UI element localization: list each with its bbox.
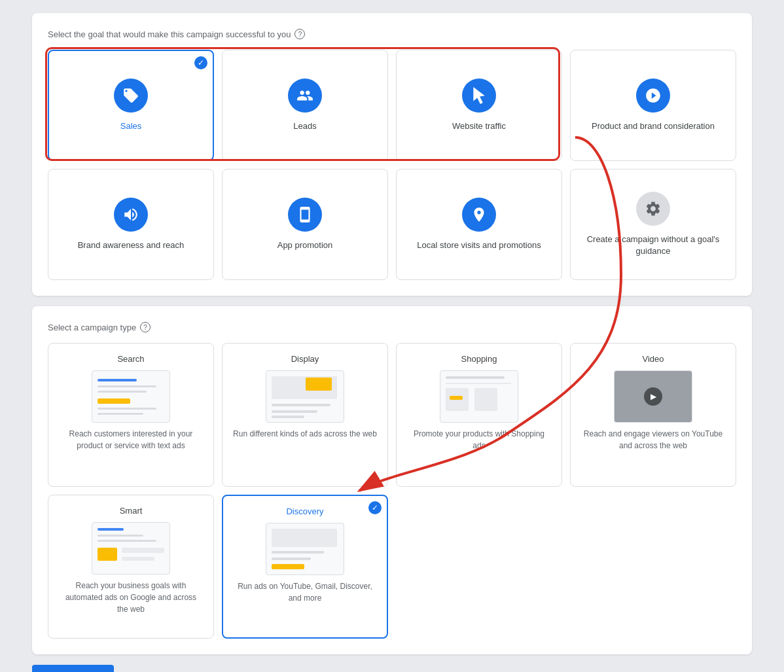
goals-section-label: Select the goal that would make this cam…: [48, 29, 736, 39]
empty-grid-space: [396, 495, 736, 639]
display-title: Display: [291, 354, 319, 364]
search-thumb: [92, 370, 170, 423]
cancel-button[interactable]: CANCEL: [122, 665, 182, 672]
goal-card-local-store[interactable]: Local store visits and promotions: [396, 169, 562, 280]
selected-check-sales: ✓: [194, 56, 207, 69]
discovery-desc: Run ads on YouTube, Gmail, Discover, and…: [234, 580, 376, 604]
product-brand-icon-circle: [636, 79, 670, 113]
cursor-icon: [471, 87, 488, 104]
product-brand-label: Product and brand consideration: [592, 120, 715, 132]
video-title: Video: [642, 354, 664, 364]
gear-icon: [645, 200, 662, 217]
campaign-card-smart[interactable]: Smart Reach your business goals with aut…: [48, 495, 214, 639]
goal-card-leads[interactable]: Leads: [222, 50, 388, 161]
shopping-title: Shopping: [461, 354, 497, 364]
campaign-card-shopping[interactable]: Shopping Promote your products with Shop…: [396, 343, 562, 487]
search-desc: Reach customers interested in your produ…: [59, 428, 203, 451]
campaign-card-video[interactable]: Video ▶ Reach and engage viewers on YouT…: [570, 343, 736, 487]
location-pin-icon: [471, 206, 488, 223]
campaign-section-label: Select a campaign type ?: [48, 322, 736, 332]
campaign-card-display[interactable]: Display Run different kinds of ads acros…: [222, 343, 388, 487]
goals-grid-wrap: ✓ Sales Leads: [48, 50, 736, 280]
local-store-label: Local store visits and promotions: [417, 239, 541, 251]
search-title: Search: [117, 354, 144, 364]
sales-label: Sales: [120, 120, 142, 132]
leads-icon-circle: [288, 79, 322, 113]
campaign-card-discovery[interactable]: ✓ Discovery Run ads on YouTube, Gmail, D…: [222, 495, 388, 639]
smart-thumb: [92, 522, 170, 575]
no-goal-label: Create a campaign without a goal's guida…: [581, 234, 725, 257]
continue-button[interactable]: CONTINUE: [32, 665, 114, 672]
display-thumb: [266, 370, 344, 423]
discovery-title: Discovery: [286, 506, 323, 516]
campaign-section-card: Select a campaign type ? Search Reach cu…: [32, 306, 752, 654]
play-icon: ▶: [644, 387, 662, 406]
megaphone-icon: [122, 206, 139, 223]
people-icon: [296, 87, 313, 104]
goal-card-brand-awareness[interactable]: Brand awareness and reach: [48, 169, 214, 280]
phone-icon: [296, 206, 313, 223]
sparkle-icon: [645, 87, 662, 104]
website-traffic-label: Website traffic: [452, 120, 506, 132]
goals-grid: ✓ Sales Leads: [48, 50, 736, 280]
no-goal-icon-circle: [636, 192, 670, 226]
brand-awareness-icon-circle: [114, 198, 148, 232]
brand-awareness-label: Brand awareness and reach: [78, 239, 185, 251]
tag-icon: [122, 87, 139, 104]
sales-icon-circle: [114, 79, 148, 113]
goal-card-sales[interactable]: ✓ Sales: [48, 50, 214, 161]
video-desc: Reach and engage viewers on YouTube and …: [581, 428, 725, 451]
goals-info-icon[interactable]: ?: [294, 29, 305, 39]
goals-label-text: Select the goal that would make this cam…: [48, 29, 291, 39]
local-store-icon-circle: [462, 198, 496, 232]
goal-card-website-traffic[interactable]: Website traffic: [396, 50, 562, 161]
shopping-thumb: [440, 370, 518, 423]
campaign-info-icon[interactable]: ?: [140, 322, 151, 332]
display-desc: Run different kinds of ads across the we…: [233, 428, 377, 440]
app-promotion-label: App promotion: [277, 239, 333, 251]
bottom-bar: CONTINUE CANCEL: [32, 660, 752, 672]
discovery-thumb: [266, 523, 344, 575]
goals-section-card: Select the goal that would make this cam…: [32, 13, 752, 296]
selected-check-discovery: ✓: [368, 501, 382, 514]
app-promotion-icon-circle: [288, 198, 322, 232]
smart-desc: Reach your business goals with automated…: [59, 580, 203, 615]
smart-title: Smart: [120, 506, 143, 516]
page-wrapper: Select the goal that would make this cam…: [32, 13, 752, 672]
video-thumb: ▶: [614, 370, 692, 423]
goal-card-app-promotion[interactable]: App promotion: [222, 169, 388, 280]
website-traffic-icon-circle: [462, 79, 496, 113]
goal-card-product-brand[interactable]: Product and brand consideration: [570, 50, 736, 161]
goal-card-no-goal[interactable]: Create a campaign without a goal's guida…: [570, 169, 736, 280]
leads-label: Leads: [293, 120, 316, 132]
campaign-grid: Search Reach customers interested in you…: [48, 343, 736, 639]
shopping-desc: Promote your products with Shopping ads: [407, 428, 551, 451]
campaign-grid-wrap: Search Reach customers interested in you…: [48, 343, 736, 639]
campaign-card-search[interactable]: Search Reach customers interested in you…: [48, 343, 214, 487]
campaign-label-text: Select a campaign type: [48, 323, 136, 332]
